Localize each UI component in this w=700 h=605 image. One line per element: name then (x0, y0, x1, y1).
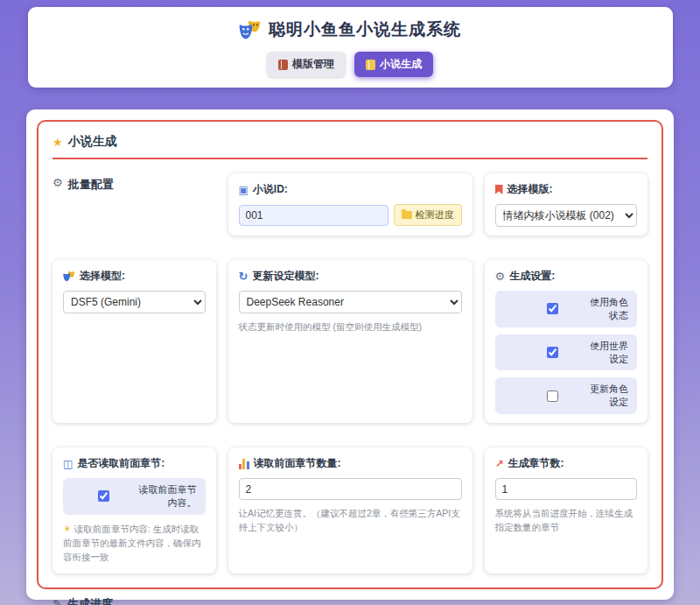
clipboard-icon (239, 185, 248, 195)
novel-id-panel: 小说ID: 检测进度 (228, 173, 472, 236)
check-progress-button[interactable]: 检测进度 (394, 204, 462, 226)
chapter-count-label: 生成章节数: (495, 456, 638, 471)
gear-icon (495, 271, 506, 282)
bar-chart-icon (239, 459, 249, 469)
generation-settings-label: 生成设置: (495, 269, 638, 284)
bookmark-icon (495, 185, 503, 194)
model-panel: 选择模型: DSF5 (Gemini) (52, 260, 216, 423)
option-use-world-setting: 使用世界设定 (495, 334, 638, 371)
tab-template-management[interactable]: 模版管理 (267, 52, 346, 77)
open-book-icon (63, 459, 73, 469)
update-model-panel: 更新设定模型: DeepSeek Reasoner 状态更新时使用的模型 (留空… (228, 260, 472, 423)
gear-icon (52, 177, 63, 188)
folder-icon (402, 211, 412, 219)
config-grid: 批量配置 小说ID: 检测进度 (52, 173, 648, 573)
read-previous-checkbox[interactable] (98, 490, 109, 502)
read-previous-help: 读取前面章节内容: 生成时读取前面章节的最新文件内容，确保内容衔接一致 (63, 522, 206, 565)
memo-icon (52, 598, 62, 605)
novel-id-label: 小说ID: (239, 182, 462, 197)
use-character-state-checkbox[interactable] (547, 303, 558, 314)
read-count-panel: 读取前面章节数量: 让AI记忆更连贯。（建议不超过2章，有些第三方API支持上下… (228, 447, 472, 573)
chapter-count-panel: 生成章节数: 系统将从当前进度开始，连续生成指定数量的章节 (485, 447, 648, 573)
header-card: 聪明小鱼鱼小说生成系统 模版管理 小说生成 (28, 7, 673, 88)
app-title: 聪明小鱼鱼小说生成系统 (269, 18, 461, 41)
chart-up-icon (495, 459, 504, 469)
refresh-icon (239, 271, 248, 282)
section-header: 小说生成 (52, 134, 648, 159)
use-world-setting-checkbox[interactable] (547, 347, 558, 358)
tab-novel-generation[interactable]: 小说生成 (354, 52, 433, 77)
notebook-icon (366, 60, 375, 70)
novel-generation-section: 小说生成 批量配置 小说ID: (37, 120, 663, 589)
progress-section: 生成进度 等待开始... [16:00:17] 检测到小说 001，当前已生成 … (52, 596, 648, 605)
page: 聪明小鱼鱼小说生成系统 模版管理 小说生成 小说生成 批 (0, 7, 700, 600)
update-model-label: 更新设定模型: (239, 269, 462, 284)
notebook-icon (278, 60, 288, 70)
update-model-help: 状态更新时使用的模型 (留空则使用生成模型) (239, 320, 462, 334)
option-update-character-setting: 更新角色设定 (495, 377, 638, 414)
read-previous-panel: 是否读取前面章节: 读取前面章节内容。 读取前面章节内容: 生成时读取前面章节的… (52, 447, 216, 573)
generation-settings-panel: 生成设置: 使用角色状态 使用世界设定 更新角色设定 (485, 260, 648, 423)
main-tabs: 模版管理 小说生成 (28, 52, 673, 77)
update-character-setting-checkbox[interactable] (547, 390, 558, 402)
read-count-input[interactable] (239, 478, 462, 500)
read-count-help: 让AI记忆更连贯。（建议不超过2章，有些第三方API支持上下文较小） (239, 506, 462, 535)
update-model-select[interactable]: DeepSeek Reasoner (239, 291, 462, 313)
theater-masks-icon (239, 19, 262, 40)
option-use-character-state: 使用角色状态 (495, 291, 638, 327)
chapter-count-help: 系统将从当前进度开始，连续生成指定数量的章节 (495, 506, 638, 535)
option-read-previous: 读取前面章节内容。 (63, 478, 206, 515)
chapter-count-input[interactable] (495, 478, 638, 500)
batch-config-label: 批量配置 (52, 173, 216, 236)
template-panel: 选择模版: 情绪内核小说模板 (002) (485, 173, 648, 236)
read-previous-label: 是否读取前面章节: (63, 456, 206, 471)
bulb-icon (63, 524, 72, 534)
model-label: 选择模型: (63, 269, 206, 284)
read-count-label: 读取前面章节数量: (239, 456, 462, 471)
section-title: 小说生成 (68, 134, 117, 150)
main-card: 小说生成 批量配置 小说ID: (26, 109, 674, 600)
theater-masks-icon (63, 271, 75, 282)
progress-title: 生成进度 (52, 596, 648, 605)
tab-label: 小说生成 (380, 57, 422, 72)
novel-id-input[interactable] (239, 205, 388, 226)
model-select[interactable]: DSF5 (Gemini) (63, 291, 206, 313)
template-select[interactable]: 情绪内核小说模板 (002) (495, 204, 638, 227)
template-label: 选择模版: (495, 182, 638, 197)
sparkles-icon (52, 136, 63, 148)
tab-label: 模版管理 (292, 57, 334, 72)
